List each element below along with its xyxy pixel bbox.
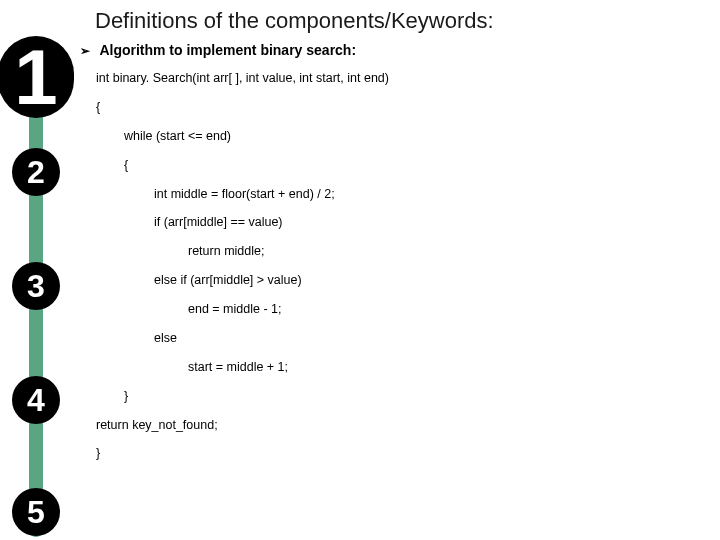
bullet-arrow-icon: ➢ xyxy=(80,44,90,58)
step-ball-3: 3 xyxy=(12,262,60,310)
code-line: { xyxy=(96,157,389,174)
step-ball-1: 1 xyxy=(0,36,74,118)
code-line: else if (arr[middle] > value) xyxy=(96,272,389,289)
step-ball-2: 2 xyxy=(12,148,60,196)
code-line: while (start <= end) xyxy=(96,128,389,145)
code-line: if (arr[middle] == value) xyxy=(96,214,389,231)
code-line: } xyxy=(96,445,389,462)
heading-text: Algorithm to implement binary search: xyxy=(99,42,356,58)
code-block: int binary. Search(int arr[ ], int value… xyxy=(96,70,389,474)
slide-title: Definitions of the components/Keywords: xyxy=(95,8,494,34)
section-heading: ➢ Algorithm to implement binary search: xyxy=(80,42,356,58)
code-line: int middle = floor(start + end) / 2; xyxy=(96,186,389,203)
code-line: end = middle - 1; xyxy=(96,301,389,318)
code-line: int binary. Search(int arr[ ], int value… xyxy=(96,70,389,87)
step-ball-4: 4 xyxy=(12,376,60,424)
code-line: start = middle + 1; xyxy=(96,359,389,376)
code-line: else xyxy=(96,330,389,347)
code-line: return key_not_found; xyxy=(96,417,389,434)
code-line: } xyxy=(96,388,389,405)
step-ball-5: 5 xyxy=(12,488,60,536)
code-line: { xyxy=(96,99,389,116)
code-line: return middle; xyxy=(96,243,389,260)
